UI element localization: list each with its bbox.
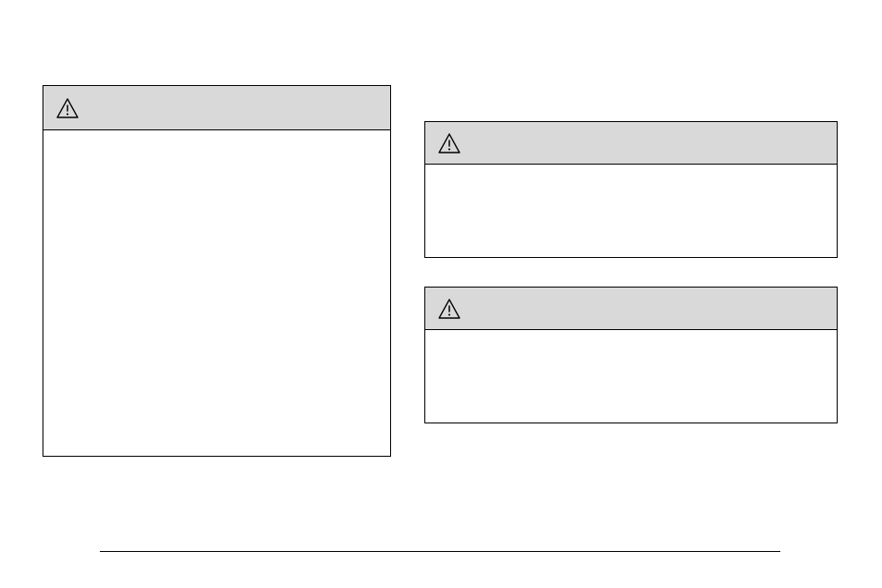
panel-body xyxy=(425,330,837,423)
warning-icon xyxy=(56,98,79,118)
panel-body xyxy=(43,130,390,456)
warning-panel-large xyxy=(43,85,391,457)
page-canvas xyxy=(0,0,882,588)
panel-body xyxy=(425,165,837,257)
panel-header xyxy=(425,122,837,165)
warning-icon xyxy=(438,299,460,319)
horizontal-divider xyxy=(100,551,780,552)
svg-point-1 xyxy=(67,113,68,115)
panel-header xyxy=(425,288,837,330)
svg-point-3 xyxy=(448,148,450,150)
panel-header xyxy=(43,86,390,130)
svg-point-5 xyxy=(448,313,450,315)
warning-icon xyxy=(438,133,460,153)
warning-panel-bottom xyxy=(424,287,838,423)
warning-panel-top xyxy=(424,121,838,258)
